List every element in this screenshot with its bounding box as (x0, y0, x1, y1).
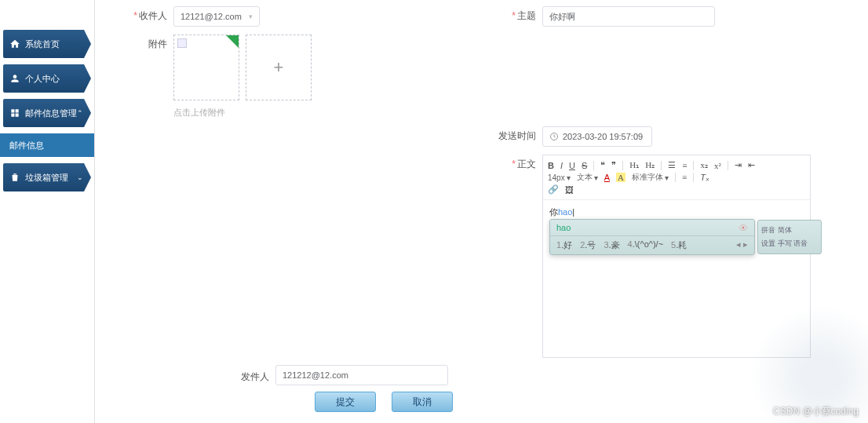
sidebar-item-home[interactable]: 系统首页 (3, 30, 91, 58)
editor-content[interactable]: 你hao| hao 1.好 2.号 3.豪 4.\(^o^)/ (543, 200, 810, 357)
ime-page-nav[interactable]: ◂ ▸ (736, 239, 748, 251)
clock-icon (549, 132, 559, 141)
chevron-down-icon: ▾ (249, 13, 253, 20)
outdent-button[interactable]: ⇤ (748, 160, 755, 170)
ime-input: hao (556, 223, 571, 232)
sidebar-item-label: 邮件信息管理 (25, 108, 77, 119)
editor-toolbar: B I U S ❝ ❞ H₁ H₂ ☰ ≡ x₂ (543, 155, 810, 200)
sidebar-item-mail-mgmt[interactable]: 邮件信息管理 ⌃ (3, 99, 91, 127)
upload-hint: 点击上传附件 (173, 107, 225, 119)
ol-button[interactable]: ☰ (668, 160, 676, 170)
sidebar-item-label: 垃圾箱管理 (25, 172, 68, 184)
ime-candidates[interactable]: 1.好 2.号 3.豪 4.\(^o^)/~ 5.耗 (556, 239, 687, 251)
eye-icon (739, 223, 748, 232)
italic-button[interactable]: I (560, 161, 563, 170)
sidebar: 系统首页 个人中心 邮件信息管理 ⌃ 邮件信息 垃圾箱管理 ⌄ (0, 0, 94, 423)
sidebar-item-label: 系统首页 (25, 38, 60, 50)
bold-button[interactable]: B (548, 161, 554, 170)
image-button[interactable]: 🖼 (565, 185, 574, 195)
attachment-thumbnail[interactable] (173, 35, 239, 100)
chevron-up-icon: ⌃ (77, 109, 83, 117)
rich-text-editor: B I U S ❝ ❞ H₁ H₂ ☰ ≡ x₂ (542, 155, 811, 358)
sender-input[interactable] (275, 365, 448, 385)
indent-button[interactable]: ⇥ (735, 160, 742, 170)
ul-button[interactable]: ≡ (682, 161, 687, 170)
cancel-button[interactable]: 取消 (392, 392, 453, 412)
bg-color-button[interactable]: A (616, 173, 625, 182)
recipient-select[interactable]: 12121@12.com ▾ (173, 6, 260, 27)
sender-label: 发件人 (213, 367, 275, 384)
sidebar-item-label: 邮件信息 (9, 140, 44, 151)
underline-button[interactable]: U (569, 161, 575, 170)
font-size-select[interactable]: 14px ▾ (548, 173, 571, 182)
main-panel: *收件人 12121@12.com ▾ *主题 附件 + 点击上传附件 (94, 0, 868, 423)
send-time-value: 2023-03-20 19:57:09 (563, 132, 643, 141)
attachment-add[interactable]: + (246, 35, 312, 100)
grid-icon (9, 108, 20, 119)
submit-button[interactable]: 提交 (315, 392, 376, 412)
send-time-input[interactable]: 2023-03-20 19:57:09 (542, 126, 652, 147)
code-button[interactable]: ❞ (611, 160, 616, 170)
font-color-button[interactable]: A (604, 173, 610, 182)
sidebar-item-trash[interactable]: 垃圾箱管理 ⌄ (3, 163, 91, 191)
watermark: CSDN @小蔡coding (773, 405, 859, 418)
ime-tools-panel[interactable]: 拼音 简体 设置 手写 语音 (757, 220, 822, 254)
body-label: *正文 (456, 155, 542, 171)
recipient-value: 12121@12.com (181, 12, 242, 21)
link-button[interactable]: 🔗 (548, 184, 559, 195)
sidebar-item-mail-info[interactable]: 邮件信息 (0, 133, 94, 157)
ime-popup: hao 1.好 2.号 3.豪 4.\(^o^)/~ 5.耗 ◂ ▸ (549, 219, 755, 255)
attachment-area: + (173, 35, 312, 100)
send-time-label: 发送时间 (456, 126, 542, 143)
sup-button[interactable]: x² (714, 161, 721, 170)
sub-button[interactable]: x₂ (700, 160, 708, 170)
subject-input[interactable] (542, 6, 715, 27)
editor-text: 你hao| (549, 207, 574, 217)
sidebar-item-profile[interactable]: 个人中心 (3, 64, 91, 93)
attachment-label: 附件 (111, 35, 173, 100)
trash-icon (9, 172, 20, 183)
home-icon (9, 38, 20, 49)
strike-button[interactable]: S (582, 161, 587, 170)
svg-point-1 (742, 227, 745, 229)
font-family-select[interactable]: 标准字体 ▾ (632, 172, 669, 183)
h2-button[interactable]: H₂ (645, 160, 655, 170)
user-icon (9, 73, 20, 84)
clear-format-button[interactable]: Tₓ (700, 173, 709, 183)
h1-button[interactable]: H₁ (629, 160, 639, 170)
align-button[interactable]: ≡ (682, 173, 687, 182)
plus-icon: + (274, 57, 284, 78)
quote-button[interactable]: ❝ (600, 160, 605, 170)
sidebar-item-label: 个人中心 (25, 73, 60, 85)
subject-label: *主题 (480, 6, 542, 23)
recipient-label: *收件人 (111, 6, 173, 23)
para-format-select[interactable]: 文本 ▾ (577, 172, 598, 183)
chevron-down-icon: ⌄ (77, 173, 83, 181)
